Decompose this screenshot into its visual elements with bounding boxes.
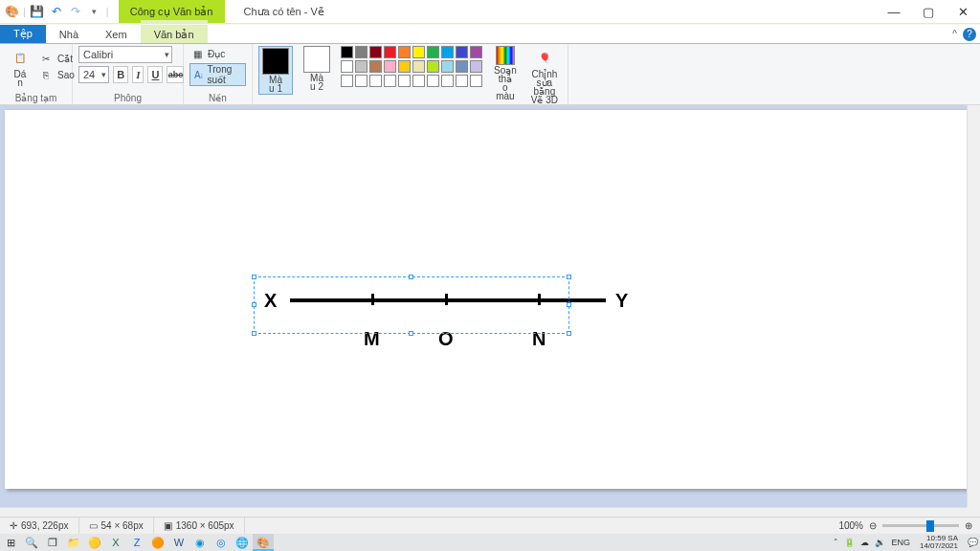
- palette-swatch[interactable]: [412, 60, 425, 73]
- palette-swatch[interactable]: [412, 46, 425, 58]
- minimize-button[interactable]: —: [877, 0, 911, 23]
- status-position: ✛693, 226px: [0, 518, 79, 534]
- paste-icon: 📋: [9, 46, 32, 69]
- redo-icon[interactable]: ↷: [68, 4, 83, 19]
- palette-swatch[interactable]: [369, 46, 382, 58]
- task-view-icon[interactable]: ❐: [42, 534, 63, 551]
- paint-icon[interactable]: 🎨: [253, 534, 274, 551]
- palette-swatch[interactable]: [456, 46, 468, 58]
- tray-sound-icon[interactable]: 🔉: [875, 538, 885, 547]
- edge-icon[interactable]: 🌐: [232, 534, 253, 551]
- zalo-icon[interactable]: Z: [126, 534, 147, 551]
- palette-swatch[interactable]: [384, 46, 396, 58]
- tray-onedrive-icon[interactable]: ☁: [860, 538, 869, 547]
- start-button[interactable]: ⊞: [0, 534, 21, 551]
- close-button[interactable]: ✕: [946, 0, 980, 23]
- workspace: X Y M O N: [0, 105, 980, 520]
- taskbar: ⊞ 🔍 ❐ 📁 🟡 X Z 🟠 W ◉ ◎ 🌐 🎨 ˄ 🔋 ☁ 🔉 ENG 10…: [0, 534, 980, 551]
- canvas-size-icon: ▣: [164, 520, 172, 531]
- palette-swatch[interactable]: [355, 46, 368, 58]
- palette-swatch[interactable]: [341, 46, 353, 58]
- tab-home[interactable]: Nhà: [46, 26, 92, 43]
- color-palette[interactable]: [341, 46, 483, 88]
- palette-swatch[interactable]: [341, 75, 353, 87]
- tray-clock[interactable]: 10:59 SA14/07/2021: [916, 535, 962, 550]
- minimize-ribbon-icon[interactable]: ^: [952, 29, 957, 39]
- edit-3d-button[interactable]: 🎈 Chỉnh sửabằng Vẽ 3D: [527, 46, 562, 104]
- palette-swatch[interactable]: [341, 60, 353, 73]
- save-icon[interactable]: 💾: [30, 4, 45, 19]
- palette-swatch[interactable]: [412, 75, 425, 87]
- palette-swatch[interactable]: [427, 46, 439, 58]
- tray-notifications-icon[interactable]: 💬: [968, 538, 978, 547]
- palette-swatch[interactable]: [398, 60, 411, 73]
- font-family-select[interactable]: Calibri: [78, 46, 172, 63]
- search-icon[interactable]: 🔍: [21, 534, 42, 551]
- qat-customize-icon[interactable]: ▾: [87, 4, 102, 19]
- edit-colors-button[interactable]: Soạn thảo màu: [491, 46, 520, 100]
- opaque-icon: ▦: [189, 46, 205, 61]
- tab-file[interactable]: Tệp: [0, 25, 46, 43]
- excel-icon[interactable]: X: [105, 534, 126, 551]
- zoom-out-button[interactable]: ⊖: [869, 520, 877, 531]
- color1-swatch: [262, 48, 289, 75]
- palette-swatch[interactable]: [369, 60, 382, 73]
- paste-button[interactable]: 📋 Dán: [6, 46, 34, 87]
- bold-button[interactable]: B: [113, 66, 128, 83]
- italic-button[interactable]: I: [132, 66, 144, 83]
- label-y: Y: [615, 290, 628, 312]
- transparent-button[interactable]: AᵢTrong suốt: [189, 63, 246, 86]
- help-icon[interactable]: ?: [963, 28, 976, 41]
- app-icon-2[interactable]: ◎: [211, 534, 232, 551]
- palette-swatch[interactable]: [427, 75, 439, 87]
- palette-swatch[interactable]: [441, 75, 454, 87]
- copy-button[interactable]: ⎘Sao: [38, 67, 75, 82]
- color-picker-icon: [496, 46, 515, 65]
- underline-button[interactable]: U: [147, 66, 163, 83]
- chrome-icon[interactable]: 🟡: [84, 534, 105, 551]
- color1-button[interactable]: Màu 1: [258, 46, 293, 95]
- palette-swatch[interactable]: [398, 75, 411, 87]
- cut-button[interactable]: ✂Cắt: [38, 51, 75, 66]
- ribbon: 📋 Dán ✂Cắt ⎘Sao Bảng tạm Calibri 24 B I …: [0, 44, 980, 105]
- palette-swatch[interactable]: [427, 60, 439, 73]
- palette-swatch[interactable]: [384, 60, 396, 73]
- zoom-in-button[interactable]: ⊕: [965, 520, 972, 531]
- opaque-button[interactable]: ▦Đục: [189, 46, 246, 61]
- palette-swatch[interactable]: [470, 75, 482, 87]
- color2-button[interactable]: Màu 2: [301, 46, 333, 91]
- maximize-button[interactable]: ▢: [911, 0, 946, 23]
- tray-chevron-icon[interactable]: ˄: [834, 538, 838, 547]
- palette-swatch[interactable]: [355, 75, 368, 87]
- strike-button[interactable]: abc: [167, 66, 184, 83]
- palette-swatch[interactable]: [355, 60, 368, 73]
- palette-swatch[interactable]: [470, 46, 482, 58]
- palette-swatch[interactable]: [470, 60, 482, 73]
- undo-icon[interactable]: ↶: [49, 4, 64, 19]
- scrollbar-vertical[interactable]: [967, 105, 980, 507]
- cut-icon: ✂: [38, 51, 54, 66]
- palette-swatch[interactable]: [369, 75, 382, 87]
- explorer-icon[interactable]: 📁: [63, 534, 84, 551]
- palette-swatch[interactable]: [456, 60, 468, 73]
- word-icon[interactable]: W: [168, 534, 189, 551]
- text-selection-box[interactable]: [254, 276, 569, 334]
- palette-swatch[interactable]: [456, 75, 468, 87]
- font-size-select[interactable]: 24: [78, 66, 109, 83]
- zoom-slider[interactable]: [882, 524, 959, 527]
- tab-view[interactable]: Xem: [92, 26, 141, 43]
- hp-icon[interactable]: ◉: [189, 534, 211, 551]
- tray-battery-icon[interactable]: 🔋: [844, 538, 855, 547]
- palette-swatch[interactable]: [398, 46, 411, 58]
- canvas[interactable]: X Y M O N: [5, 110, 968, 489]
- palette-swatch[interactable]: [384, 75, 396, 87]
- selection-icon: ▭: [89, 520, 98, 531]
- group-font: Calibri 24 B I U abc Phông: [73, 44, 184, 104]
- palette-swatch[interactable]: [441, 60, 454, 73]
- palette-swatch[interactable]: [441, 46, 454, 58]
- app-icon-1[interactable]: 🟠: [147, 534, 168, 551]
- paint3d-icon: 🎈: [533, 46, 556, 69]
- app-icon: 🎨: [4, 4, 19, 19]
- crosshair-icon: ✛: [10, 520, 17, 531]
- tray-language[interactable]: ENG: [891, 538, 910, 547]
